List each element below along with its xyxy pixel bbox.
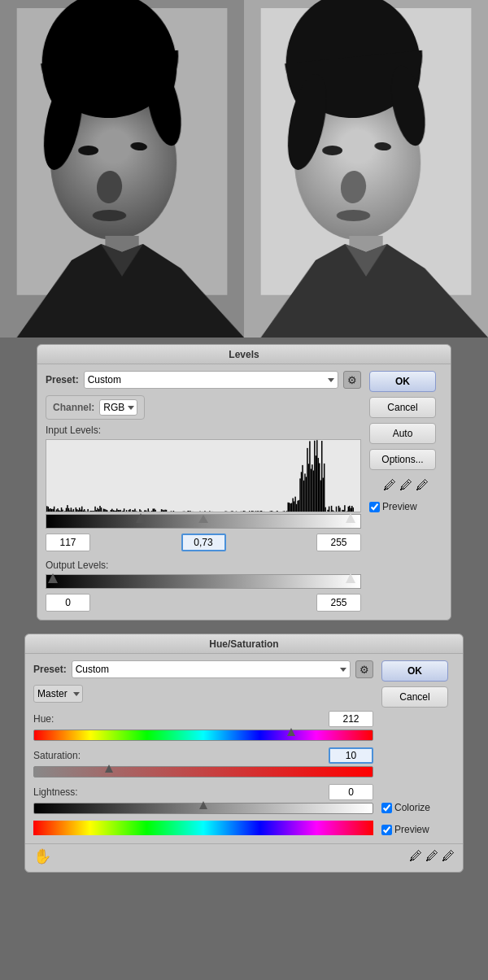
huesat-dialog-title: Hue/Saturation: [25, 634, 463, 654]
lightness-thumb[interactable]: [199, 801, 207, 809]
image-panel-after: [244, 0, 488, 338]
huesat-bottom-toolbar: ✋ 🖉 🖉 🖉: [25, 843, 463, 872]
white-eyedropper-icon[interactable]: 🖉: [416, 478, 429, 493]
lightness-row: Lightness: 0: [33, 784, 373, 814]
input-levels-values: 117 0,73 255: [46, 534, 361, 551]
white-point-thumb[interactable]: [346, 513, 355, 523]
levels-left-panel: Preset: Custom ⚙ Channel: RGB Input Leve…: [46, 371, 361, 612]
hue-slider-track[interactable]: [33, 730, 373, 741]
hue-header: Hue: 212: [33, 711, 373, 727]
output-black-thumb[interactable]: [48, 573, 58, 583]
histogram: [46, 439, 361, 512]
huesat-ok-button[interactable]: OK: [381, 660, 448, 682]
gray-eyedropper-icon[interactable]: 🖉: [399, 478, 412, 493]
black-point-thumb[interactable]: [136, 513, 146, 523]
channel-label: Channel:: [53, 402, 94, 413]
huesat-preview-checkbox[interactable]: [381, 825, 392, 835]
hue-label: Hue:: [33, 713, 54, 725]
output-white-thumb[interactable]: [346, 573, 355, 583]
lightness-slider-track[interactable]: [33, 803, 373, 814]
levels-dialog: Levels Preset: Custom ⚙ Channel: RGB Inp…: [37, 344, 451, 621]
output-white-value[interactable]: 255: [316, 594, 361, 612]
huesat-right-panel: OK Cancel Colorize Preview: [381, 660, 455, 835]
levels-cancel-button[interactable]: Cancel: [369, 397, 436, 418]
huesat-preset-row: Preset: Custom ⚙: [33, 660, 373, 678]
preset-label: Preset:: [46, 374, 79, 385]
saturation-row: Saturation: 10: [33, 747, 373, 777]
saturation-header: Saturation: 10: [33, 747, 373, 764]
levels-ok-button[interactable]: OK: [369, 371, 436, 392]
huesat-eyedroppers: 🖉 🖉 🖉: [409, 849, 455, 864]
image-area: [0, 0, 488, 338]
huesat-gray-eyedropper-icon[interactable]: 🖉: [425, 849, 438, 864]
huesat-left-panel: Preset: Custom ⚙ Master Hue: 212: [33, 660, 373, 835]
hand-tool-icon[interactable]: ✋: [33, 847, 51, 865]
levels-preset-select[interactable]: Custom: [84, 371, 338, 389]
saturation-label: Saturation:: [33, 750, 81, 761]
mid-point-thumb[interactable]: [198, 515, 208, 523]
black-eyedropper-icon[interactable]: 🖉: [383, 478, 396, 493]
huesat-black-eyedropper-icon[interactable]: 🖉: [409, 849, 422, 864]
image-panel-before: [0, 0, 244, 338]
levels-right-panel: OK Cancel Auto Options... 🖉 🖉 🖉 Preview: [369, 371, 442, 612]
input-black-value[interactable]: 117: [46, 534, 90, 551]
lightness-label: Lightness:: [33, 786, 78, 798]
saturation-input[interactable]: 10: [329, 747, 373, 764]
huesat-preset-select[interactable]: Custom: [72, 660, 351, 678]
levels-preview-checkbox[interactable]: [369, 502, 380, 512]
input-white-value[interactable]: 255: [316, 534, 361, 551]
channel-row: Channel: RGB: [46, 395, 145, 420]
huesat-cancel-button[interactable]: Cancel: [381, 686, 448, 708]
colorize-checkbox[interactable]: [381, 803, 392, 813]
lightness-input[interactable]: 0: [329, 784, 373, 800]
output-levels-label: Output Levels:: [46, 560, 361, 571]
colorize-label[interactable]: Colorize: [381, 802, 455, 813]
master-row: Master: [33, 685, 373, 703]
lightness-header: Lightness: 0: [33, 784, 373, 800]
levels-options-button[interactable]: Options...: [369, 449, 436, 470]
huesat-gear-button[interactable]: ⚙: [355, 660, 373, 678]
huesat-preview-label[interactable]: Preview: [381, 824, 455, 835]
output-levels-values: 0 255: [46, 594, 361, 612]
saturation-thumb[interactable]: [105, 764, 113, 773]
preset-row: Preset: Custom ⚙: [46, 371, 361, 389]
huesat-dialog: Hue/Saturation Preset: Custom ⚙ Master H…: [24, 634, 464, 873]
huesat-preset-label: Preset:: [33, 664, 67, 675]
output-black-value[interactable]: 0: [46, 594, 90, 612]
input-slider-track[interactable]: [46, 514, 361, 529]
levels-dialog-title: Levels: [37, 345, 451, 364]
saturation-slider-track[interactable]: [33, 766, 373, 777]
eyedropper-tools: 🖉 🖉 🖉: [369, 478, 442, 493]
levels-preview-label[interactable]: Preview: [369, 501, 442, 512]
output-slider-track[interactable]: [46, 574, 361, 589]
huesat-white-eyedropper-icon[interactable]: 🖉: [442, 849, 455, 864]
master-select[interactable]: Master: [33, 685, 83, 703]
levels-gear-button[interactable]: ⚙: [343, 371, 361, 389]
hue-input[interactable]: 212: [329, 711, 373, 727]
hue-row: Hue: 212: [33, 711, 373, 741]
input-mid-value[interactable]: 0,73: [181, 534, 226, 551]
channel-select[interactable]: RGB: [99, 399, 137, 416]
hue-thumb[interactable]: [287, 728, 295, 736]
levels-auto-button[interactable]: Auto: [369, 423, 436, 444]
color-bar: [33, 821, 373, 835]
input-levels-label: Input Levels:: [46, 425, 361, 436]
